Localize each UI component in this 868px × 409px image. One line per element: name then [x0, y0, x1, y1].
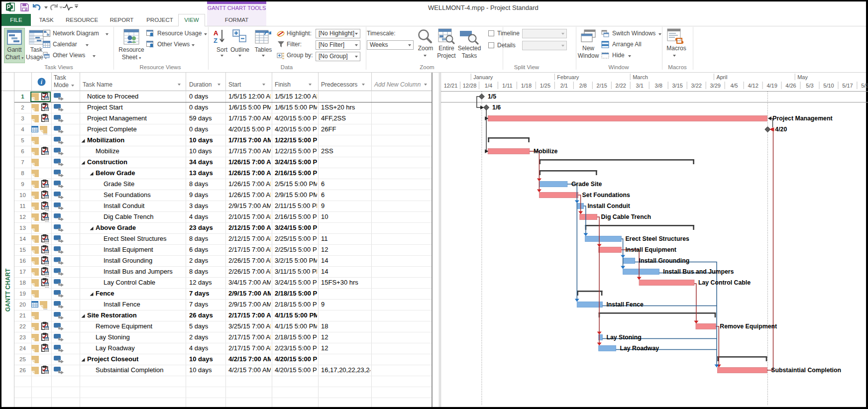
svg-text:Install Conduit: Install Conduit	[587, 203, 630, 209]
svg-text:3/1: 3/1	[636, 83, 644, 89]
svg-text:1/25: 1/25	[540, 83, 550, 89]
svg-text:Install Bus and Jumpers: Install Bus and Jumpers	[663, 268, 734, 275]
svg-text:Project Management: Project Management	[772, 115, 832, 122]
svg-text:2/22: 2/22	[616, 83, 626, 89]
svg-text:Lay Stoning: Lay Stoning	[606, 334, 641, 341]
svg-text:2/1: 2/1	[560, 83, 568, 89]
svg-text:May: May	[797, 74, 808, 80]
svg-text:2/8: 2/8	[579, 83, 587, 89]
svg-text:4/12: 4/12	[748, 83, 758, 89]
svg-text:A: A	[214, 29, 218, 37]
svg-text:5/17: 5/17	[842, 83, 853, 89]
svg-text:3/15: 3/15	[672, 83, 682, 89]
svg-text:Set Foundations: Set Foundations	[582, 192, 630, 199]
svg-text:Install Grounding: Install Grounding	[639, 257, 690, 264]
svg-text:12/28: 12/28	[463, 83, 477, 89]
svg-text:1/6: 1/6	[492, 104, 501, 111]
svg-text:January: January	[473, 74, 493, 80]
svg-text:Z: Z	[214, 37, 217, 44]
svg-text:5/24: 5/24	[861, 83, 868, 89]
svg-text:4/5: 4/5	[730, 83, 738, 89]
svg-text:1/4: 1/4	[485, 83, 492, 89]
svg-text:4/20: 4/20	[775, 126, 787, 133]
svg-text:3/8: 3/8	[655, 83, 662, 89]
svg-text:4/19: 4/19	[766, 83, 777, 89]
svg-text:12/21: 12/21	[444, 83, 458, 89]
svg-text:3/22: 3/22	[691, 83, 701, 89]
svg-text:Dig Cable Trench: Dig Cable Trench	[601, 213, 651, 220]
svg-text:2/15: 2/15	[597, 83, 607, 89]
svg-text:Remove Equipment: Remove Equipment	[720, 323, 777, 330]
svg-text:5/10: 5/10	[823, 83, 834, 89]
svg-text:5/3: 5/3	[806, 83, 813, 89]
svg-text:March: March	[633, 74, 648, 80]
svg-text:April: April	[716, 74, 727, 80]
svg-text:4/26: 4/26	[785, 83, 796, 89]
svg-text:Lay Roadway: Lay Roadway	[620, 345, 659, 352]
svg-text:1/11: 1/11	[502, 83, 513, 89]
svg-text:3/29: 3/29	[710, 83, 720, 89]
svg-text:1/18: 1/18	[521, 83, 532, 89]
svg-text:Grade Site: Grade Site	[571, 181, 602, 188]
svg-text:Lay Control Cable: Lay Control Cable	[698, 279, 751, 286]
svg-text:Mobilize: Mobilize	[534, 148, 558, 155]
svg-text:1/5: 1/5	[488, 93, 496, 100]
svg-text:February: February	[557, 74, 579, 80]
svg-text:Install Equipment: Install Equipment	[625, 246, 676, 253]
svg-text:Substaintial Completion: Substaintial Completion	[771, 367, 841, 374]
svg-text:Install Fence: Install Fence	[606, 301, 644, 308]
svg-text:Erect Steel Structures: Erect Steel Structures	[625, 235, 689, 242]
